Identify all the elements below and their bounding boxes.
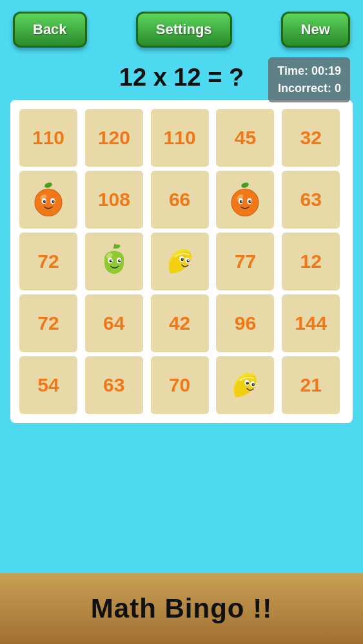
svg-point-26	[118, 260, 121, 263]
incorrect-stat: Incorrect: 0	[277, 80, 341, 97]
svg-point-9	[54, 201, 55, 202]
svg-point-6	[43, 200, 46, 204]
footer: Math Bingo !!	[0, 573, 363, 644]
grid-cell[interactable]	[216, 356, 274, 414]
grid-cell[interactable]: 110	[19, 109, 77, 167]
back-button[interactable]: Back	[13, 12, 87, 48]
svg-point-39	[248, 383, 249, 384]
footer-title: Math Bingo !!	[91, 593, 272, 624]
grid-cell[interactable]: 42	[151, 294, 209, 352]
grid-cell[interactable]: 108	[85, 171, 143, 229]
svg-point-40	[253, 384, 255, 385]
header: Back Settings New	[0, 0, 363, 54]
grid-cell[interactable]	[85, 232, 143, 290]
grid-cell[interactable]: 144	[282, 294, 340, 352]
grid-container: 1101201104532 10866	[10, 100, 353, 423]
grid-cell[interactable]: 120	[85, 109, 143, 167]
svg-point-27	[111, 260, 112, 261]
grid-cell[interactable]: 12	[282, 232, 340, 290]
svg-point-18	[241, 201, 242, 202]
time-stat: Time: 00:19	[277, 62, 341, 80]
grid-cell[interactable]: 77	[216, 232, 274, 290]
grid-cell[interactable]: 110	[151, 109, 209, 167]
svg-point-34	[188, 260, 189, 261]
svg-point-17	[249, 200, 252, 204]
grid-cell[interactable]: 72	[19, 294, 77, 352]
grid-cell[interactable]: 21	[282, 356, 340, 414]
question-area: 12 x 12 = ? Time: 00:19 Incorrect: 0	[0, 54, 363, 95]
svg-point-25	[109, 260, 112, 263]
new-button[interactable]: New	[281, 12, 350, 48]
settings-button[interactable]: Settings	[136, 12, 232, 48]
bingo-grid: 1101201104532 10866	[19, 109, 344, 414]
svg-point-38	[252, 383, 255, 386]
svg-point-16	[240, 200, 243, 204]
svg-point-19	[250, 201, 251, 202]
grid-cell[interactable]: 32	[282, 109, 340, 167]
svg-point-31	[181, 258, 184, 261]
grid-cell[interactable]: 70	[151, 356, 209, 414]
svg-point-33	[182, 259, 183, 260]
svg-point-37	[246, 382, 250, 385]
svg-point-10	[240, 182, 250, 189]
grid-cell[interactable]: 72	[19, 232, 77, 290]
svg-point-28	[119, 260, 121, 261]
svg-point-8	[44, 201, 46, 202]
svg-point-32	[186, 260, 190, 263]
grid-cell[interactable]	[216, 171, 274, 229]
grid-cell[interactable]	[19, 171, 77, 229]
grid-cell[interactable]: 63	[282, 171, 340, 229]
stats-box: Time: 00:19 Incorrect: 0	[268, 57, 350, 102]
grid-cell[interactable]: 64	[85, 294, 143, 352]
svg-point-0	[44, 182, 53, 189]
grid-cell[interactable]: 54	[19, 356, 77, 414]
grid-cell[interactable]: 63	[85, 356, 143, 414]
grid-cell[interactable]: 45	[216, 109, 274, 167]
svg-point-7	[52, 200, 55, 204]
grid-cell[interactable]	[151, 232, 209, 290]
grid-cell[interactable]: 96	[216, 294, 274, 352]
grid-cell[interactable]: 66	[151, 171, 209, 229]
